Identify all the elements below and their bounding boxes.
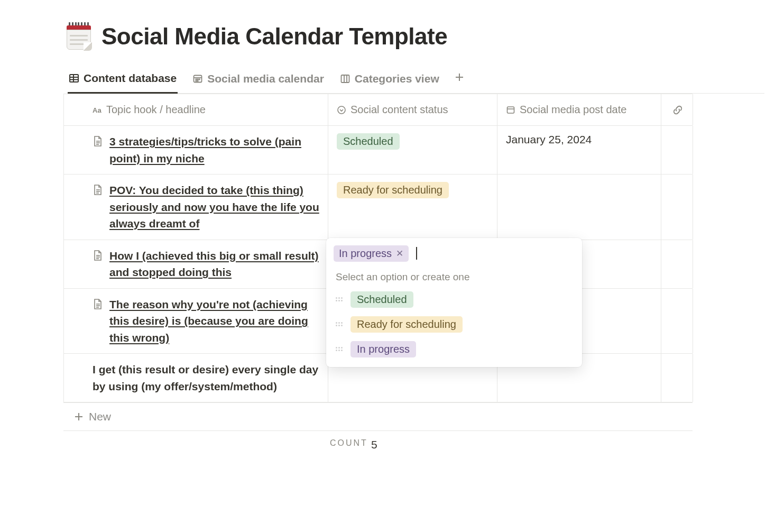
date-cell[interactable] bbox=[497, 175, 661, 240]
link-cell[interactable] bbox=[661, 289, 693, 354]
topic-cell[interactable]: POV: You decided to take (this thing) se… bbox=[64, 175, 328, 240]
status-option-pill: In progress bbox=[350, 341, 416, 357]
svg-point-7 bbox=[197, 79, 198, 80]
drag-handle-icon[interactable] bbox=[336, 347, 343, 351]
page-doc-icon bbox=[93, 182, 103, 196]
svg-point-10 bbox=[197, 80, 198, 81]
topic-text: The reason why you're not (achieving thi… bbox=[109, 296, 320, 346]
view-tabs: Content database Social media calendar C… bbox=[68, 67, 764, 94]
column-label: Social media post date bbox=[520, 104, 626, 116]
chip-label: In progress bbox=[339, 247, 392, 260]
svg-rect-11 bbox=[341, 75, 349, 82]
status-option-pill: Ready for scheduling bbox=[350, 316, 463, 333]
text-cursor bbox=[416, 247, 417, 260]
page-doc-icon bbox=[93, 247, 103, 261]
topic-text: 3 strategies/tips/tricks to solve (pain … bbox=[109, 133, 320, 167]
table-row[interactable]: POV: You decided to take (this thing) se… bbox=[64, 174, 693, 240]
calendar-month-icon bbox=[192, 74, 203, 84]
selected-status-chip[interactable]: In progress ✕ bbox=[334, 245, 409, 262]
page-emoji-icon[interactable] bbox=[63, 21, 94, 52]
table-row[interactable]: 3 strategies/tips/tricks to solve (pain … bbox=[64, 125, 693, 174]
table-icon bbox=[69, 73, 79, 84]
svg-point-8 bbox=[199, 79, 200, 80]
tab-content-database[interactable]: Content database bbox=[68, 67, 178, 94]
tab-categories-view[interactable]: Categories view bbox=[339, 67, 440, 93]
column-header-link[interactable] bbox=[661, 94, 693, 125]
status-select-popover: In progress ✕ Select an option or create… bbox=[326, 238, 582, 367]
tab-label: Categories view bbox=[355, 72, 439, 85]
remove-chip-icon[interactable]: ✕ bbox=[396, 248, 403, 259]
status-option[interactable]: Ready for scheduling bbox=[326, 312, 582, 337]
status-option[interactable]: In progress bbox=[326, 337, 582, 362]
drag-handle-icon[interactable] bbox=[336, 322, 343, 326]
topic-cell[interactable]: I get (this result or desire) every sing… bbox=[64, 354, 328, 402]
page-doc-icon bbox=[93, 133, 103, 147]
calendar-small-icon bbox=[506, 105, 515, 115]
svg-rect-18 bbox=[508, 107, 514, 113]
topic-text: I get (this result or desire) every sing… bbox=[93, 361, 320, 395]
svg-point-17 bbox=[338, 106, 345, 114]
column-label: Social content status bbox=[350, 104, 448, 116]
link-cell[interactable] bbox=[661, 240, 693, 288]
status-cell[interactable]: Scheduled bbox=[328, 126, 497, 174]
plus-icon bbox=[74, 412, 84, 421]
add-row-button[interactable]: New bbox=[63, 402, 693, 431]
count-label: COUNT bbox=[330, 438, 368, 451]
column-header-status[interactable]: Social content status bbox=[328, 94, 497, 125]
chain-link-icon bbox=[672, 105, 683, 115]
column-label: Topic hook / headline bbox=[106, 104, 206, 116]
tab-label: Social media calendar bbox=[207, 72, 324, 85]
topic-text: How I (achieved this big or small result… bbox=[109, 247, 320, 281]
topic-cell[interactable]: How I (achieved this big or small result… bbox=[64, 240, 328, 288]
count-value: 5 bbox=[371, 438, 377, 451]
topic-text: POV: You decided to take (this thing) se… bbox=[109, 182, 320, 232]
link-cell[interactable] bbox=[661, 354, 693, 402]
status-pill: Scheduled bbox=[337, 133, 400, 150]
status-cell[interactable]: Ready for scheduling bbox=[328, 175, 497, 240]
status-pill: Ready for scheduling bbox=[337, 182, 449, 198]
drag-handle-icon[interactable] bbox=[336, 297, 343, 301]
date-text: January 25, 2024 bbox=[506, 133, 592, 145]
link-cell[interactable] bbox=[661, 175, 693, 240]
page-title[interactable]: Social Media Calendar Template bbox=[102, 23, 447, 50]
date-cell[interactable]: January 25, 2024 bbox=[497, 126, 661, 174]
topic-cell[interactable]: The reason why you're not (achieving thi… bbox=[64, 289, 328, 354]
new-row-label: New bbox=[89, 410, 111, 423]
link-cell[interactable] bbox=[661, 126, 693, 174]
page-doc-icon bbox=[93, 296, 103, 310]
svg-text:Aa: Aa bbox=[93, 106, 102, 114]
topic-cell[interactable]: 3 strategies/tips/tricks to solve (pain … bbox=[64, 126, 328, 174]
status-option[interactable]: Scheduled bbox=[326, 287, 582, 312]
table-footer: COUNT 5 bbox=[63, 431, 693, 451]
svg-point-6 bbox=[196, 79, 197, 80]
svg-point-9 bbox=[196, 80, 197, 81]
select-prompt-label: Select an option or create one bbox=[326, 268, 582, 287]
add-view-button[interactable] bbox=[454, 72, 465, 88]
text-aa-icon: Aa bbox=[93, 105, 102, 115]
board-columns-icon bbox=[340, 74, 350, 84]
status-option-pill: Scheduled bbox=[350, 291, 413, 308]
select-circle-icon bbox=[337, 105, 346, 115]
column-header-date[interactable]: Social media post date bbox=[497, 94, 661, 125]
tab-label: Content database bbox=[84, 72, 177, 85]
tab-social-media-calendar[interactable]: Social media calendar bbox=[191, 67, 325, 93]
column-header-topic[interactable]: Aa Topic hook / headline bbox=[64, 94, 328, 125]
